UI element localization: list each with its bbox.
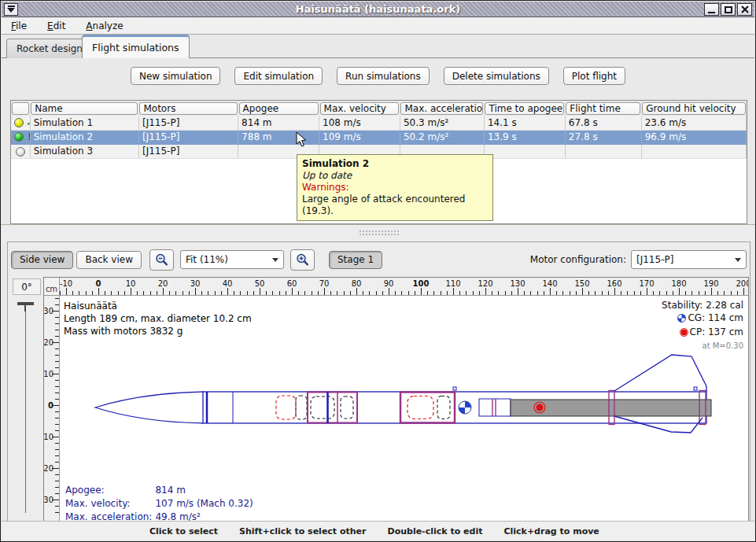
- delete-simulations-button[interactable]: Delete simulations: [444, 67, 549, 85]
- column-header[interactable]: Ground hit velocity: [641, 101, 746, 116]
- zoom-level-select[interactable]: Fit (11%): [180, 250, 284, 269]
- zoom-in-button[interactable]: [290, 249, 315, 271]
- table-cell: [565, 144, 641, 158]
- ruler-tick: [79, 291, 79, 295]
- ruler-tick: [498, 291, 499, 295]
- ruler-tick: [55, 481, 59, 481]
- table-cell: [J115-P]: [138, 116, 238, 130]
- ruler-tick: [621, 291, 621, 295]
- ruler-tick: [459, 291, 460, 295]
- rocket-viewport: cm -100102030405060708090100110120130140…: [43, 277, 749, 522]
- vertical-ruler: -30-20-100102030: [44, 296, 60, 521]
- ruler-tick: [485, 288, 486, 295]
- table-row[interactable]: ✓Simulation 1[J115-P]814 m108 m/s50.3 m/…: [11, 116, 747, 130]
- zoom-out-button[interactable]: [149, 249, 174, 271]
- table-cell: 14.1 s: [484, 116, 565, 130]
- tab-flight-simulations[interactable]: Flight simulations: [82, 35, 190, 58]
- column-header[interactable]: Flight time: [565, 101, 641, 116]
- title-bar[interactable]: Haisunäätä (haisunaata.ork): [2, 2, 754, 17]
- ruler-tick: [55, 474, 59, 475]
- rotation-indicator: 0°: [13, 278, 41, 295]
- column-header[interactable]: [11, 101, 30, 116]
- maximize-button[interactable]: [721, 3, 736, 16]
- ruler-tick: [511, 291, 512, 295]
- table-cell: 50.3 m/s²: [400, 116, 484, 130]
- ruler-label: 200: [736, 279, 748, 288]
- simulation-tooltip: Simulation 2 Up to date Warnings: Large …: [297, 154, 493, 221]
- ruler-tick: [363, 291, 363, 295]
- back-view-button[interactable]: Back view: [76, 251, 142, 269]
- menu-edit[interactable]: Edit: [47, 20, 65, 31]
- column-header[interactable]: Apogee: [238, 101, 319, 116]
- cg-icon: [677, 313, 686, 326]
- stability-mach: at M=0.30: [662, 340, 743, 352]
- ruler-tick: [292, 288, 293, 295]
- cursor-icon: [296, 131, 307, 148]
- run-simulations-button[interactable]: Run simulations: [337, 67, 430, 85]
- ruler-tick: [279, 291, 280, 295]
- ruler-label: -20: [44, 338, 53, 347]
- menu-bar: FileEditAnalyze: [2, 17, 754, 35]
- ruler-tick: [260, 288, 260, 295]
- column-header[interactable]: Motors: [138, 101, 238, 116]
- ruler-tick: [679, 288, 680, 295]
- column-header[interactable]: Max. acceleration: [400, 101, 484, 116]
- table-cell: [484, 144, 565, 158]
- minimize-button[interactable]: [704, 3, 719, 16]
- ruler-tick: [389, 288, 389, 295]
- side-view-button[interactable]: Side view: [11, 251, 73, 269]
- table-cell: [J115-P]: [138, 144, 238, 158]
- splitter-grip-icon: [359, 230, 400, 235]
- plot-flight-button[interactable]: Plot flight: [563, 67, 625, 85]
- menu-file[interactable]: File: [11, 20, 27, 31]
- ruler-tick: [421, 288, 422, 295]
- ruler-tick: [427, 291, 428, 295]
- ruler-label: 100: [413, 279, 430, 288]
- ruler-tick: [111, 291, 112, 295]
- maximize-icon: [725, 6, 732, 13]
- tooltip-title: Simulation 2: [302, 158, 488, 170]
- ruler-tick: [330, 291, 331, 295]
- ruler-tick: [743, 288, 744, 295]
- ruler-tick: [55, 348, 59, 349]
- slider-thumb-icon[interactable]: [17, 302, 34, 305]
- ruler-label: 140: [542, 279, 557, 288]
- motor-configuration-select[interactable]: [J115-P]: [631, 250, 747, 269]
- column-header[interactable]: Max. velocity: [319, 101, 400, 116]
- tooltip-status: Up to date: [302, 170, 488, 182]
- ruler-tick: [227, 288, 228, 295]
- tab-rocket-design[interactable]: Rocket design: [6, 39, 93, 58]
- ruler-tick: [286, 291, 286, 295]
- ruler-label: -10: [44, 370, 53, 378]
- motor-configuration: Motor configuration: [J115-P]: [530, 248, 747, 271]
- new-simulation-button[interactable]: New simulation: [131, 67, 221, 85]
- split-pane-divider[interactable]: [1, 224, 755, 242]
- window-title: Haisunäätä (haisunaata.ork): [2, 3, 754, 15]
- ruler-tick: [699, 291, 699, 295]
- ruler-tick: [337, 291, 337, 295]
- column-header[interactable]: Time to apogee: [484, 101, 565, 116]
- tab-strip: Rocket design Flight simulations: [2, 35, 754, 58]
- ruler-tick: [711, 288, 712, 295]
- edit-simulation-button[interactable]: Edit simulation: [234, 67, 323, 85]
- ruler-label: 170: [639, 279, 654, 288]
- menu-analyze[interactable]: Analyze: [86, 20, 123, 31]
- table-cell: 788 m: [238, 130, 319, 144]
- column-header[interactable]: Name: [30, 101, 138, 116]
- rocket-canvas[interactable]: Haisunäätä Length 189 cm, max. diameter …: [60, 296, 748, 521]
- ruler-tick: [453, 288, 454, 295]
- stage-1-toggle[interactable]: Stage 1: [329, 251, 382, 269]
- application-window: Haisunäätä (haisunaata.ork) FileEditAnal…: [0, 0, 756, 542]
- rocket-name: Haisunäätä: [64, 300, 252, 312]
- close-button[interactable]: [737, 3, 752, 16]
- flight-info-label: Max. acceleration:: [65, 511, 153, 521]
- rotation-slider[interactable]: [9, 297, 42, 520]
- ruler-tick: [234, 291, 234, 295]
- motor-configuration-label: Motor configuration:: [530, 254, 626, 265]
- ruler-label: -10: [60, 279, 72, 288]
- table-row[interactable]: !Simulation 2[J115-P]788 m109 m/s50.2 m/…: [11, 130, 747, 144]
- tab-rocket-design-label: Rocket design: [17, 43, 83, 54]
- ruler-label: 80: [352, 279, 362, 288]
- ruler-tick: [530, 291, 531, 295]
- table-cell: 13.9 s: [484, 130, 565, 144]
